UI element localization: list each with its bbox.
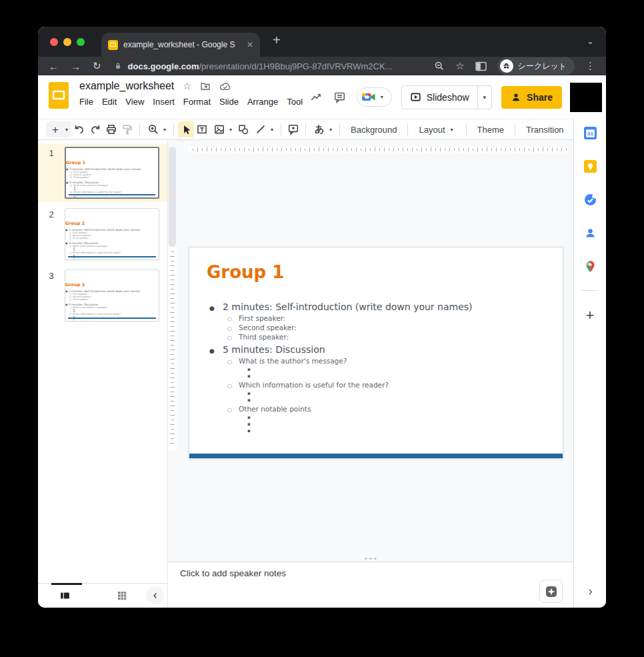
insert-image-button[interactable] [211, 121, 227, 137]
menu-insert[interactable]: Insert [153, 97, 175, 107]
menu-file[interactable]: File [79, 97, 93, 107]
slide-editor[interactable]: Group 1 ●2 minutes: Self-introduction (w… [189, 247, 563, 459]
new-tab-button[interactable]: + [273, 33, 281, 48]
bullet-item[interactable]: ○Second speaker: [209, 323, 552, 332]
menu-format[interactable]: Format [183, 97, 211, 107]
tab-close-icon[interactable]: ✕ [247, 40, 253, 49]
slide-thumbnail[interactable]: Group 3 ●2 minutes: Self-introduction (w… [65, 269, 159, 321]
new-slide-dropdown-icon[interactable]: ▾ [63, 127, 70, 133]
tasks-icon[interactable] [584, 193, 597, 206]
forward-button[interactable]: → [71, 61, 81, 72]
bullet-item[interactable]: ▪ [209, 366, 552, 373]
image-dropdown-icon[interactable]: ▾ [227, 127, 234, 133]
browser-tab[interactable]: example_worksheet - Google S ✕ [101, 33, 260, 57]
bullet-item[interactable]: ○Which information is useful for the rea… [209, 381, 552, 389]
tab-search-chevron-icon[interactable]: ⌄ [587, 36, 594, 46]
slide-thumbnail[interactable]: Group 2 ●2 minutes: Self-introduction (w… [65, 208, 159, 260]
document-title[interactable]: example_worksheet [79, 80, 174, 92]
back-button[interactable]: ← [49, 61, 59, 72]
slideshow-dropdown[interactable]: ▾ [477, 86, 492, 109]
slideshow-button[interactable]: Slideshow [402, 86, 477, 109]
browser-zoom-icon[interactable] [434, 61, 445, 71]
filmstrip-slide-row[interactable]: 2 Group 2 ●2 minutes: Self-introduction … [38, 205, 167, 263]
bullet-marker: ○ [69, 313, 71, 315]
menu-arrange[interactable]: Arrange [247, 97, 278, 107]
grid-view-icon[interactable] [117, 590, 127, 601]
zoom-dropdown-icon[interactable]: ▾ [161, 127, 168, 133]
slide-thumbnail[interactable]: Group 1 ●2 minutes: Self-introduction (w… [65, 147, 159, 199]
menu-view[interactable]: View [125, 97, 144, 107]
star-document-icon[interactable]: ☆ [183, 81, 191, 91]
user-avatar[interactable] [570, 83, 602, 112]
filmstrip-view-icon[interactable] [59, 590, 71, 601]
paint-format-button[interactable] [119, 121, 135, 137]
bullet-item[interactable]: ○What is the author's message? [209, 357, 552, 365]
contacts-icon[interactable] [584, 227, 597, 239]
menu-slide[interactable]: Slide [219, 97, 239, 107]
input-tools-dropdown-icon[interactable]: ▾ [327, 127, 334, 133]
activity-trend-icon[interactable] [309, 91, 323, 103]
slides-logo-icon[interactable] [49, 82, 69, 109]
print-button[interactable] [103, 121, 119, 137]
cloud-saved-icon[interactable] [219, 81, 231, 91]
line-dropdown-icon[interactable]: ▾ [269, 127, 275, 133]
maps-icon[interactable] [584, 260, 597, 273]
incognito-label: シークレット [518, 61, 567, 72]
bullet-item[interactable]: ▪ [209, 428, 552, 434]
explore-sparkle-button[interactable] [539, 580, 563, 603]
bullet-item[interactable]: ▪ [209, 390, 552, 397]
notes-resize-handle[interactable] [365, 558, 377, 560]
browser-menu-icon[interactable]: ⋮ [585, 60, 595, 72]
undo-button[interactable] [71, 121, 87, 137]
transition-button[interactable]: Transition [519, 125, 571, 135]
bullet-item[interactable]: ●5 minutes: Discussion [209, 344, 552, 355]
expand-side-panel-button[interactable] [585, 587, 595, 597]
speaker-notes-input[interactable]: Click to add speaker notes [180, 568, 286, 578]
background-button[interactable]: Background [344, 125, 403, 135]
theme-button[interactable]: Theme [471, 125, 511, 135]
filmstrip-slide-row[interactable]: 1 Group 1 ●2 minutes: Self-introduction … [38, 143, 167, 202]
collapse-filmstrip-button[interactable] [146, 586, 164, 604]
insert-shape-button[interactable] [235, 121, 251, 137]
slide-body-text[interactable]: ●2 minutes: Self-introduction (write dow… [209, 298, 552, 434]
input-tools-button[interactable]: あ [311, 121, 327, 137]
bullet-item[interactable]: ○Third speaker: [209, 333, 552, 341]
insert-comment-button[interactable] [285, 121, 301, 137]
move-to-folder-icon[interactable] [200, 81, 211, 91]
reload-button[interactable]: ↻ [93, 60, 101, 72]
slide-filmstrip-panel: 1 Group 1 ●2 minutes: Self-introduction … [38, 140, 168, 608]
select-tool-button[interactable] [178, 121, 194, 137]
bullet-item[interactable]: ▪ [209, 397, 552, 404]
slide-title[interactable]: Group 1 [207, 262, 284, 282]
bookmark-star-icon[interactable]: ☆ [455, 60, 464, 72]
new-slide-button[interactable]: + [47, 121, 63, 137]
text-box-button[interactable] [194, 121, 210, 137]
close-window-button[interactable] [50, 38, 58, 46]
bullet-item[interactable]: ▪ [209, 414, 552, 421]
bullet-item[interactable]: ○First speaker: [209, 314, 552, 322]
side-panel-icon[interactable] [475, 61, 487, 71]
share-button[interactable]: Share [501, 86, 562, 109]
zoom-button[interactable] [145, 121, 161, 137]
keep-icon[interactable] [584, 160, 597, 173]
layout-button[interactable]: Layout ▾ [412, 125, 461, 135]
meet-call-button[interactable]: ▾ [357, 87, 392, 107]
filmstrip-scrollbar[interactable] [169, 147, 176, 247]
redo-button[interactable] [87, 121, 103, 137]
bullet-item[interactable]: ●2 minutes: Self-introduction (write dow… [209, 301, 552, 312]
comment-history-icon[interactable] [333, 91, 346, 103]
filmstrip-slide-row[interactable]: 3 Group 3 ●2 minutes: Self-introduction … [38, 266, 167, 325]
incognito-badge[interactable]: シークレット [497, 57, 575, 75]
calendar-icon[interactable]: 31 [584, 127, 597, 139]
url-bar[interactable]: docs.google.com/presentation/d/1H9Bbuj9P… [128, 61, 393, 71]
menu-edit[interactable]: Edit [102, 97, 117, 107]
bullet-item[interactable]: ○Other notable points [209, 405, 552, 413]
zoom-window-button[interactable] [77, 38, 85, 46]
bullet-item[interactable]: ▪ [209, 373, 552, 380]
bullet-item[interactable]: ▪ [209, 421, 552, 428]
insert-line-button[interactable] [253, 121, 269, 137]
get-addons-button[interactable]: + [586, 308, 595, 323]
lock-icon[interactable] [113, 61, 123, 71]
slides-app-header: example_worksheet ☆ FileEditViewInsertFo… [38, 75, 606, 119]
minimize-window-button[interactable] [63, 38, 71, 46]
